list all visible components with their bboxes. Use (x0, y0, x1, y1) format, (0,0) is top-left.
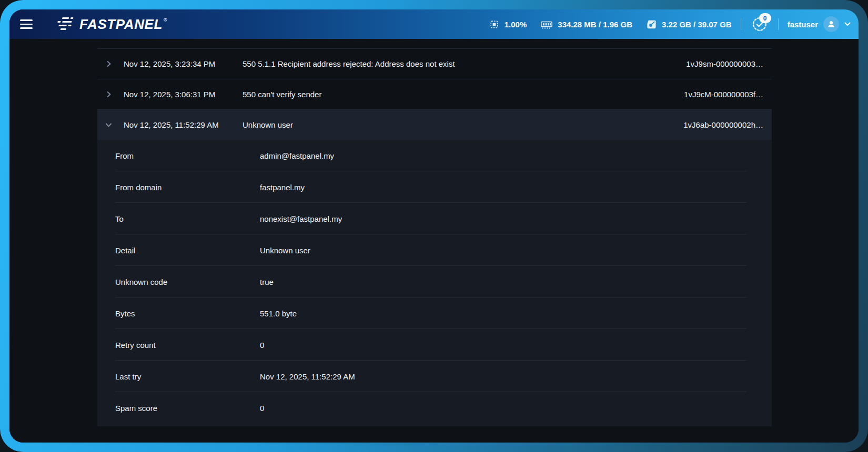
detail-label: Spam score (115, 404, 260, 413)
mail-id: 1vJ9sm-000000003… (686, 59, 772, 68)
app-window: FASTPANEL® 1.00% (9, 9, 859, 443)
ram-icon (540, 19, 553, 30)
cpu-usage: 1.00% (489, 19, 527, 30)
brand-logo[interactable]: FASTPANEL® (54, 16, 167, 32)
detail-value: fastpanel.my (260, 183, 772, 192)
detail-label: Last try (115, 372, 260, 381)
mail-detail-row: Detail Unknown user (97, 234, 772, 266)
ram-value: 334.28 MB / 1.96 GB (558, 20, 632, 29)
avatar (823, 16, 839, 32)
mail-detail-row: Retry count 0 (97, 329, 772, 361)
fastpanel-logo-icon (54, 16, 75, 32)
detail-value: Unknown user (260, 246, 772, 255)
registered-mark: ® (164, 18, 167, 23)
mail-id: 1vJ6ab-000000002h… (683, 120, 772, 129)
expand-chevron-icon[interactable] (97, 121, 124, 129)
cpu-value: 1.00% (504, 20, 527, 29)
detail-label: From domain (115, 183, 260, 192)
detail-label: Unknown code (115, 278, 260, 286)
username-label: fastuser (788, 20, 818, 29)
user-menu[interactable]: fastuser (788, 16, 851, 32)
detail-label: Bytes (115, 309, 260, 318)
detail-value: 0 (260, 404, 772, 413)
detail-label: Retry count (115, 341, 260, 350)
mail-detail-row: From admin@fastpanel.my (97, 140, 772, 171)
disk-usage: 3.22 GB / 39.07 GB (646, 19, 732, 30)
detail-value: nonexist@fastpanel.my (260, 214, 772, 223)
notification-count-badge: 0 (759, 13, 771, 23)
chevron-down-icon (844, 22, 851, 26)
header-divider (778, 18, 779, 30)
detail-value: 551.0 byte (260, 309, 772, 318)
mail-detail-row: To nonexist@fastpanel.my (97, 203, 772, 234)
mail-date: Nov 12, 2025, 3:23:34 PM (124, 59, 243, 68)
hamburger-menu-icon[interactable] (20, 19, 34, 29)
cpu-icon (489, 19, 500, 30)
ram-usage: 334.28 MB / 1.96 GB (540, 19, 632, 30)
disk-value: 3.22 GB / 39.07 GB (662, 20, 732, 29)
mail-row[interactable]: Nov 12, 2025, 3:23:34 PM 550 5.1.1 Recip… (97, 48, 772, 79)
content-area: Nov 12, 2025, 3:23:34 PM 550 5.1.1 Recip… (9, 39, 859, 443)
mail-row[interactable]: Nov 12, 2025, 11:52:29 AM Unknown user 1… (97, 109, 772, 140)
mail-detail-row: Unknown code true (97, 266, 772, 297)
mail-message: 550 can't verify sender (243, 90, 684, 99)
mail-detail-row: From domain fastpanel.my (97, 171, 772, 203)
mail-detail-row: Last try Nov 12, 2025, 11:52:29 AM (97, 361, 772, 392)
detail-label: To (115, 214, 260, 223)
mail-detail-row: Bytes 551.0 byte (97, 297, 772, 329)
detail-value: true (260, 278, 772, 286)
mail-queue-table: Nov 12, 2025, 3:23:34 PM 550 5.1.1 Recip… (97, 48, 772, 426)
mail-date: Nov 12, 2025, 3:06:31 PM (124, 90, 243, 99)
window-frame: FASTPANEL® 1.00% (0, 0, 868, 452)
mail-id: 1vJ9cM-000000003f… (684, 90, 772, 99)
mail-detail-row: Spam score 0 (97, 392, 772, 424)
notifications-button[interactable]: 0 (750, 15, 769, 34)
mail-details-panel: From admin@fastpanel.my From domain fast… (97, 140, 772, 426)
detail-value: admin@fastpanel.my (260, 151, 772, 160)
detail-label: From (115, 151, 260, 160)
brand-name: FASTPANEL (79, 17, 163, 31)
person-icon (826, 19, 836, 29)
detail-value: Nov 12, 2025, 11:52:29 AM (260, 372, 772, 381)
expand-chevron-icon[interactable] (97, 60, 124, 68)
detail-label: Detail (115, 246, 260, 255)
resource-stats: 1.00% 334.28 MB / 1.96 GB (489, 19, 732, 30)
top-header: FASTPANEL® 1.00% (9, 9, 859, 39)
detail-value: 0 (260, 341, 772, 350)
expand-chevron-icon[interactable] (97, 90, 124, 98)
mail-message: Unknown user (243, 120, 683, 129)
mail-message: 550 5.1.1 Recipient address rejected: Ad… (243, 59, 686, 68)
header-divider (741, 18, 741, 30)
disk-icon (646, 19, 657, 30)
mail-row[interactable]: Nov 12, 2025, 3:06:31 PM 550 can't verif… (97, 79, 772, 109)
mail-date: Nov 12, 2025, 11:52:29 AM (124, 120, 243, 129)
